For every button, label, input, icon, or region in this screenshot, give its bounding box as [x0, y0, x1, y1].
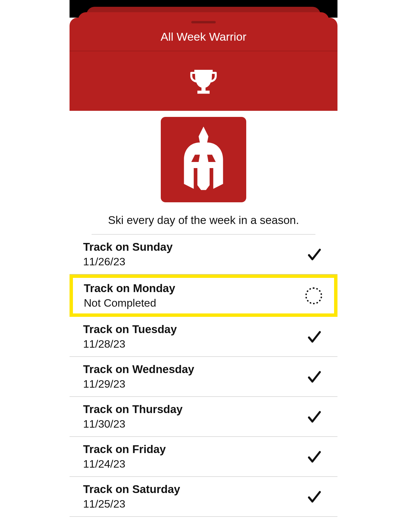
progress-row[interactable]: Track on Thursday11/30/23	[70, 397, 337, 437]
spartan-helmet-icon	[173, 125, 234, 194]
checkmark-icon	[305, 327, 324, 346]
checkmark-icon	[305, 367, 324, 386]
progress-row-text: Track on Thursday11/30/23	[83, 403, 182, 430]
progress-row-subtitle: Not Completed	[84, 297, 175, 309]
status-bar-blackout	[70, 0, 337, 5]
progress-row-subtitle: 11/24/23	[83, 458, 166, 470]
checkmark-icon	[305, 245, 324, 264]
progress-row-subtitle: 11/30/23	[83, 418, 182, 430]
trophy-icon	[187, 65, 220, 97]
progress-row-subtitle: 11/26/23	[83, 255, 173, 268]
header-divider	[70, 51, 337, 51]
checkmark-icon	[305, 407, 324, 426]
achievement-title: All Week Warrior	[160, 30, 246, 43]
progress-row-title: Track on Friday	[83, 443, 166, 456]
checkmark-icon	[305, 447, 324, 466]
progress-row[interactable]: Track on Tuesday11/28/23	[70, 317, 337, 357]
progress-row-text: Track on Friday11/24/23	[83, 443, 166, 470]
achievement-badge-tile	[161, 117, 246, 202]
progress-row[interactable]: Track on Wednesday11/29/23	[70, 357, 337, 397]
progress-row[interactable]: Track on Sunday11/26/23	[70, 234, 337, 274]
sheet-grabber[interactable]	[191, 21, 216, 23]
progress-row-text: Track on Wednesday11/29/23	[83, 363, 194, 390]
progress-row-text: Track on Tuesday11/28/23	[83, 323, 177, 350]
progress-row-title: Track on Tuesday	[83, 323, 177, 336]
progress-row-text: Track on Saturday11/25/23	[83, 483, 180, 510]
progress-row-subtitle: 11/25/23	[83, 498, 180, 510]
progress-row-title: Track on Wednesday	[83, 363, 194, 376]
sheet-header: All Week Warrior	[70, 18, 337, 111]
progress-row[interactable]: Track on Saturday11/25/23	[70, 477, 337, 517]
progress-row-title: Track on Sunday	[83, 241, 173, 253]
progress-list: Track on Sunday11/26/23Track on MondayNo…	[70, 234, 337, 517]
checkmark-icon	[305, 487, 324, 506]
progress-row[interactable]: Track on Friday11/24/23	[70, 437, 337, 477]
achievement-detail-sheet: All Week Warrior Ski every day of the we…	[70, 0, 337, 517]
sheet-card-stack	[70, 5, 337, 18]
progress-row[interactable]: Track on MondayNot Completed	[70, 274, 337, 317]
progress-row-text: Track on Sunday11/26/23	[83, 241, 173, 268]
progress-row-title: Track on Saturday	[83, 483, 180, 496]
progress-row-title: Track on Monday	[84, 282, 175, 295]
progress-row-text: Track on MondayNot Completed	[84, 282, 175, 309]
progress-row-title: Track on Thursday	[83, 403, 182, 416]
progress-row-subtitle: 11/29/23	[83, 378, 194, 390]
progress-row-subtitle: 11/28/23	[83, 338, 177, 350]
achievement-description: Ski every day of the week in a season.	[108, 214, 299, 227]
pending-circle-icon	[304, 286, 323, 305]
